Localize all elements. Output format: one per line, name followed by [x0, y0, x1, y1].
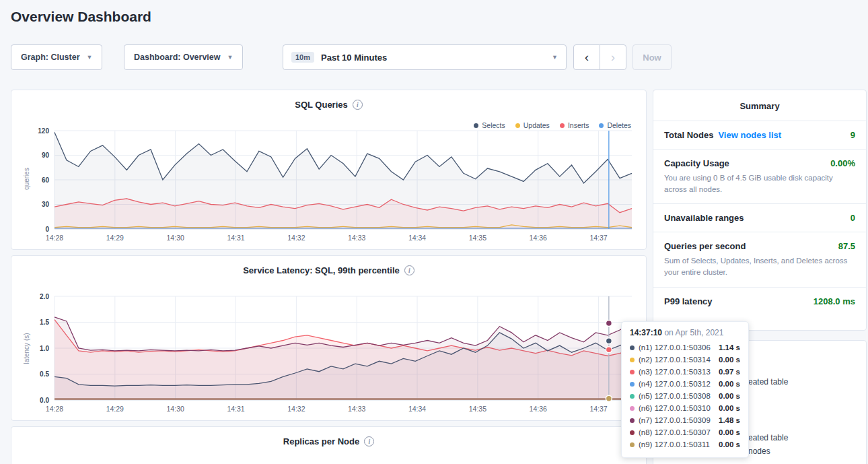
tooltip-rows: (n1) 127.0.0.1:503061.14 s(n2) 127.0.0.1… [630, 341, 740, 451]
summary-title: Summary [653, 90, 866, 121]
tooltip-row: (n8) 127.0.0.1:503070.00 s [630, 426, 740, 438]
svg-text:14:35: 14:35 [469, 405, 486, 413]
svg-text:0: 0 [45, 226, 49, 233]
service-latency-chart[interactable]: 14:2814:2914:3014:3114:3214:3314:3414:35… [17, 291, 641, 416]
total-nodes-label: Total Nodes [664, 130, 713, 140]
tooltip-row: (n9) 127.0.0.1:503110.00 s [630, 438, 740, 451]
svg-text:14:37: 14:37 [589, 234, 607, 242]
series-dot-icon [630, 430, 635, 435]
tooltip-timestamp: 14:37:10 on Apr 5th, 2021 [630, 328, 740, 337]
capacity-usage-label: Capacity Usage [664, 158, 729, 168]
svg-text:120: 120 [38, 127, 49, 135]
series-dot-icon [630, 406, 635, 411]
svg-text:30: 30 [42, 201, 50, 208]
summary-row-capacity-usage: Capacity Usage 0.00% You are using 0 B o… [653, 149, 866, 203]
dashboard-selector-dropdown[interactable]: Dashboard: Overview ▼ [124, 44, 243, 70]
series-dot-icon [630, 382, 635, 387]
svg-text:14:36: 14:36 [530, 234, 547, 242]
next-range-button[interactable]: › [600, 44, 626, 70]
sql-queries-chart[interactable]: 14:2814:2914:3014:3114:3214:3314:3414:35… [17, 125, 641, 245]
svg-text:14:34: 14:34 [408, 234, 426, 242]
unavailable-ranges-value: 0 [851, 213, 855, 223]
page-title: Overview Dashboard [11, 9, 151, 25]
p99-latency-label: P99 latency [664, 296, 713, 306]
svg-text:14:30: 14:30 [167, 405, 184, 413]
total-nodes-value: 9 [851, 130, 855, 140]
series-dot-icon [630, 370, 635, 374]
tooltip-row: (n6) 127.0.0.1:503100.00 s [630, 402, 740, 414]
chevron-down-icon: ▼ [87, 54, 93, 61]
series-dot-icon [630, 394, 635, 399]
svg-text:14:28: 14:28 [46, 405, 63, 413]
time-range-pager: ‹ › [573, 44, 626, 70]
info-icon[interactable]: i [364, 436, 374, 446]
svg-text:14:36: 14:36 [530, 405, 547, 413]
prev-range-button[interactable]: ‹ [573, 44, 600, 70]
chevron-down-icon: ▼ [552, 54, 558, 61]
series-dot-icon [630, 345, 635, 350]
svg-text:14:31: 14:31 [227, 234, 244, 242]
tooltip-time: 14:37:10 [630, 328, 662, 337]
info-icon[interactable]: i [404, 265, 414, 275]
queries-per-second-label: Queries per second [664, 241, 746, 251]
svg-text:14:33: 14:33 [348, 234, 365, 242]
svg-text:14:28: 14:28 [46, 234, 63, 242]
tooltip-row: (n5) 127.0.0.1:503080.00 s [630, 390, 740, 402]
svg-text:14:29: 14:29 [106, 405, 124, 413]
graph-selector-label: Graph: Cluster [21, 53, 80, 62]
svg-text:60: 60 [42, 176, 50, 184]
time-range-label: Past 10 Minutes [321, 53, 387, 63]
event-text-fragment: nodes [748, 446, 770, 456]
info-icon[interactable]: i [353, 100, 363, 110]
summary-row-queries-per-second: Queries per second 87.5 Sum of Selects, … [653, 232, 866, 286]
svg-text:14:31: 14:31 [227, 405, 244, 413]
event-text-fragment: eated table [748, 433, 788, 442]
sql-queries-title: SQL Queries [295, 100, 348, 110]
svg-text:14:30: 14:30 [167, 234, 184, 242]
now-button[interactable]: Now [632, 44, 672, 70]
svg-text:14:32: 14:32 [287, 405, 305, 413]
chevron-down-icon: ▼ [227, 54, 233, 61]
tooltip-row: (n3) 127.0.0.1:503130.97 s [630, 366, 740, 378]
svg-text:0.0: 0.0 [40, 397, 49, 404]
time-range-picker[interactable]: 10m Past 10 Minutes ▼ [283, 44, 567, 70]
capacity-usage-value: 0.00% [830, 158, 855, 168]
service-latency-title: Service Latency: SQL, 99th percentile [243, 265, 400, 275]
graph-selector-dropdown[interactable]: Graph: Cluster ▼ [11, 44, 102, 70]
p99-latency-value: 1208.0 ms [813, 296, 855, 306]
summary-row-total-nodes: Total NodesView nodes list 9 [653, 121, 866, 149]
toolbar: Graph: Cluster ▼ Dashboard: Overview ▼ 1… [0, 44, 868, 71]
tooltip-row: (n2) 127.0.0.1:503140.00 s [630, 354, 740, 366]
svg-text:14:35: 14:35 [469, 234, 486, 242]
svg-text:1.5: 1.5 [40, 319, 49, 326]
svg-text:0.5: 0.5 [40, 370, 49, 378]
time-range-badge: 10m [291, 52, 314, 63]
service-latency-card: Service Latency: SQL, 99th percentile i … [11, 255, 647, 421]
summary-row-unavailable-ranges: Unavailable ranges 0 [653, 203, 866, 232]
summary-panel: Summary Total NodesView nodes list 9 Cap… [653, 90, 867, 331]
queries-per-second-value: 87.5 [838, 241, 855, 251]
event-text-fragment: eated table [748, 377, 788, 387]
dashboard-selector-label: Dashboard: Overview [134, 53, 221, 62]
tooltip-row: (n4) 127.0.0.1:503120.00 s [630, 378, 740, 390]
tooltip-row: (n7) 127.0.0.1:503091.48 s [630, 414, 740, 426]
summary-row-p99-latency: P99 latency 1208.0 ms [653, 287, 866, 315]
chart-tooltip: 14:37:10 on Apr 5th, 2021 (n1) 127.0.0.1… [621, 321, 749, 458]
svg-text:1.0: 1.0 [40, 345, 49, 352]
replicas-per-node-card: Replicas per Node i [11, 426, 647, 464]
svg-text:14:29: 14:29 [106, 234, 124, 242]
view-nodes-list-link[interactable]: View nodes list [718, 130, 781, 140]
svg-text:14:37: 14:37 [589, 405, 607, 413]
capacity-usage-description: You are using 0 B of 4.5 GiB usable disk… [664, 172, 855, 195]
series-dot-icon [630, 358, 635, 362]
series-dot-icon [630, 442, 635, 447]
unavailable-ranges-label: Unavailable ranges [664, 213, 744, 223]
svg-text:2.0: 2.0 [40, 293, 49, 300]
sql-queries-card: SQL Queries i SelectsUpdatesInsertsDelet… [11, 90, 647, 250]
tooltip-date: on Apr 5th, 2021 [664, 328, 723, 337]
svg-text:14:34: 14:34 [408, 405, 426, 413]
queries-per-second-description: Sum of Selects, Updates, Inserts, and De… [664, 255, 855, 277]
svg-text:90: 90 [42, 152, 50, 159]
series-dot-icon [630, 418, 635, 423]
tooltip-row: (n1) 127.0.0.1:503061.14 s [630, 341, 740, 354]
